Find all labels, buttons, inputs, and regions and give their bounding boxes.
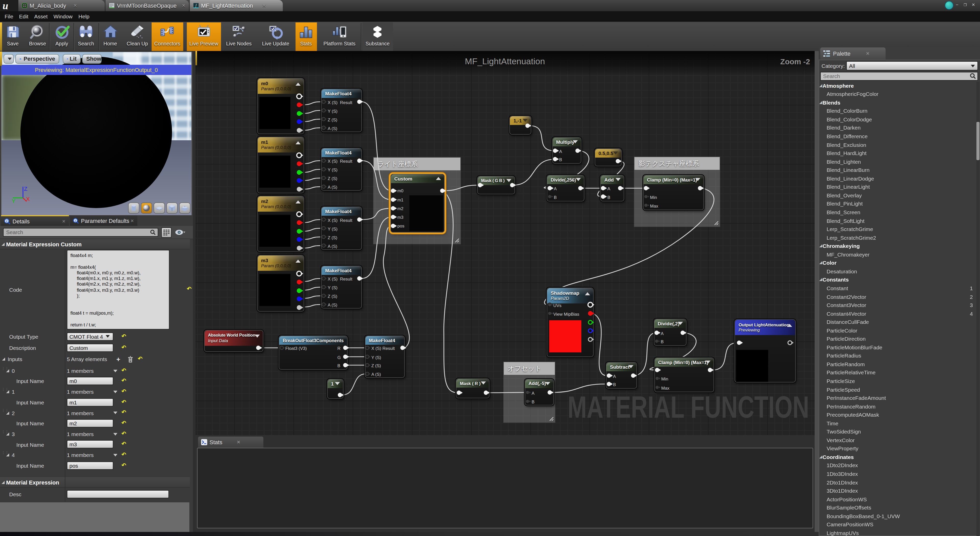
- svg-text:Y: Y: [12, 198, 16, 204]
- svg-text:i: i: [75, 219, 76, 222]
- svg-text:X: X: [26, 195, 30, 202]
- svg-text:i: i: [6, 219, 7, 223]
- svg-text:Z: Z: [24, 186, 27, 192]
